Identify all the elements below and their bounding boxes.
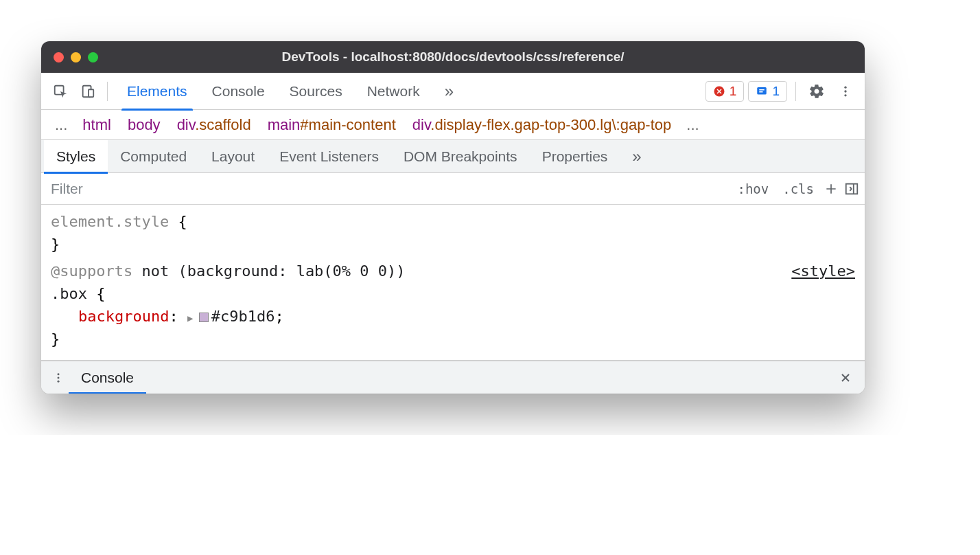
drawer: Console <box>41 361 865 394</box>
crumb-div-flex[interactable]: div.display-flex.gap-top-300.lg\:gap-top <box>404 116 680 134</box>
main-toolbar: Elements Console Sources Network » 1 1 <box>41 73 865 110</box>
svg-point-7 <box>844 94 846 96</box>
toolbar-right: 1 1 <box>705 79 858 104</box>
titlebar: DevTools - localhost:8080/docs/devtools/… <box>41 41 865 73</box>
subtab-properties[interactable]: Properties <box>530 140 620 173</box>
styles-filter-input[interactable] <box>51 181 730 197</box>
styles-panel: element.style { } <style> @supports not … <box>41 205 865 361</box>
cls-toggle[interactable]: .cls <box>775 181 821 196</box>
selector: element.style <box>51 213 169 230</box>
crumb-main[interactable]: main#main-content <box>259 116 404 134</box>
subtabs-overflow-icon[interactable]: » <box>620 140 653 173</box>
drawer-tab-console[interactable]: Console <box>69 361 146 394</box>
devtools-window: DevTools - localhost:8080/docs/devtools/… <box>41 41 865 394</box>
rule-box[interactable]: <style> @supports not (background: lab(0… <box>51 260 855 350</box>
svg-point-10 <box>58 376 60 378</box>
styles-subtabs: Styles Computed Layout Event Listeners D… <box>41 140 865 173</box>
svg-point-6 <box>844 90 846 92</box>
tab-elements[interactable]: Elements <box>115 73 200 110</box>
selector: .box <box>51 285 87 302</box>
svg-point-11 <box>58 380 60 382</box>
error-count: 1 <box>730 84 737 99</box>
dom-breadcrumb: ... html body div.scaffold main#main-con… <box>41 110 865 140</box>
panel-tabs: Elements Console Sources Network » <box>115 73 466 110</box>
at-rule-keyword: @supports <box>51 262 132 280</box>
crumb-div-scaffold[interactable]: div.scaffold <box>169 116 259 134</box>
drawer-menu-icon[interactable] <box>48 365 69 390</box>
minimize-window-icon[interactable] <box>71 52 81 63</box>
svg-rect-2 <box>89 89 93 97</box>
tab-sources[interactable]: Sources <box>277 73 355 110</box>
tab-console[interactable]: Console <box>200 73 277 110</box>
divider <box>795 82 796 101</box>
message-badge[interactable]: 1 <box>748 81 787 102</box>
breadcrumb-ellipsis-right[interactable]: ... <box>679 116 705 134</box>
at-rule-condition: not (background: lab(0% 0 0)) <box>132 262 405 280</box>
message-count: 1 <box>772 84 780 99</box>
close-window-icon[interactable] <box>54 52 64 63</box>
maximize-window-icon[interactable] <box>88 52 98 63</box>
subtab-event-listeners[interactable]: Event Listeners <box>267 140 391 173</box>
svg-point-5 <box>844 86 846 88</box>
error-badge[interactable]: 1 <box>705 81 745 102</box>
svg-rect-4 <box>758 87 767 95</box>
expand-shorthand-icon[interactable]: ▶ <box>187 313 199 324</box>
divider <box>107 82 108 101</box>
css-property[interactable]: background <box>78 308 169 325</box>
rule-source-link[interactable]: <style> <box>791 260 855 282</box>
svg-point-9 <box>58 373 60 375</box>
traffic-lights <box>54 52 98 63</box>
css-value[interactable]: #c9b1d6 <box>211 308 275 325</box>
drawer-close-icon[interactable] <box>833 365 858 390</box>
subtab-styles[interactable]: Styles <box>44 140 108 173</box>
new-rule-icon[interactable] <box>821 177 841 201</box>
breadcrumb-ellipsis-left[interactable]: ... <box>48 116 74 134</box>
settings-icon[interactable] <box>804 79 829 104</box>
inspect-element-icon[interactable] <box>48 79 73 104</box>
crumb-body[interactable]: body <box>119 116 169 134</box>
crumb-html[interactable]: html <box>74 116 119 134</box>
computed-sidebar-toggle-icon[interactable] <box>841 177 862 201</box>
subtab-layout[interactable]: Layout <box>199 140 267 173</box>
tab-network[interactable]: Network <box>355 73 432 110</box>
subtab-dom-breakpoints[interactable]: DOM Breakpoints <box>391 140 530 173</box>
window-title: DevTools - localhost:8080/docs/devtools/… <box>41 49 865 65</box>
more-menu-icon[interactable] <box>833 79 858 104</box>
rule-element-style[interactable]: element.style { } <box>51 210 855 256</box>
device-toggle-icon[interactable] <box>75 79 100 104</box>
color-swatch-icon[interactable] <box>199 313 209 322</box>
styles-filterbar: :hov .cls <box>41 173 865 205</box>
subtab-computed[interactable]: Computed <box>108 140 199 173</box>
message-icon <box>756 85 768 98</box>
tabs-overflow-icon[interactable]: » <box>432 73 466 110</box>
hov-toggle[interactable]: :hov <box>730 181 775 196</box>
error-icon <box>713 85 725 98</box>
